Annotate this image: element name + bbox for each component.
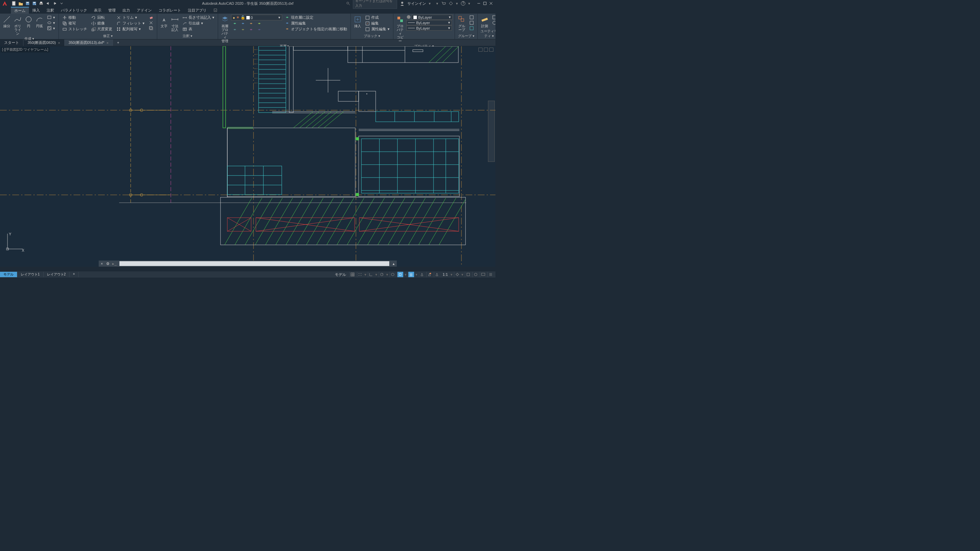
measure-button[interactable]: 計測 bbox=[480, 14, 489, 29]
block-create-button[interactable]: 作成 bbox=[364, 14, 391, 21]
drawing-canvas[interactable]: [-][平面図][2D ワイヤフレーム] bbox=[0, 46, 495, 267]
block-edit-button[interactable]: 編集 bbox=[364, 21, 391, 26]
annoscale-icon[interactable] bbox=[419, 272, 425, 277]
block-editattr-button[interactable]: 属性編集 ▾ bbox=[364, 26, 391, 32]
user-icon[interactable] bbox=[400, 1, 404, 6]
layer-tool-8[interactable] bbox=[256, 27, 263, 33]
new-icon[interactable] bbox=[11, 0, 17, 6]
maximize-button[interactable] bbox=[482, 1, 487, 6]
cmd-customize-icon[interactable]: ⚙ bbox=[105, 262, 111, 266]
close-icon[interactable]: × bbox=[58, 41, 60, 45]
copy-button[interactable]: 複写 bbox=[61, 21, 89, 26]
customize-icon[interactable] bbox=[487, 272, 493, 277]
array-button[interactable]: 配列複写 ▾ bbox=[115, 26, 146, 32]
explode-button[interactable] bbox=[147, 20, 155, 25]
osnap-icon[interactable] bbox=[397, 272, 403, 277]
layouttab-1[interactable]: レイアウト1 bbox=[18, 272, 43, 277]
lineweight-selector[interactable]: ByLayer▾ bbox=[406, 20, 452, 25]
layouttab-2[interactable]: レイアウト2 bbox=[43, 272, 70, 277]
layouttab-model[interactable]: モデル bbox=[0, 272, 18, 277]
leader-button[interactable]: 引出線 ▾ bbox=[181, 21, 216, 26]
dimlinear-button[interactable]: 長さ寸法記入 ▾ bbox=[181, 14, 216, 21]
command-input[interactable] bbox=[119, 261, 389, 266]
arc-button[interactable]: 円弧 bbox=[35, 14, 44, 29]
move-button[interactable]: 移動 bbox=[61, 14, 89, 21]
search-input[interactable]: キーワードまたは語句を入力 bbox=[353, 0, 397, 9]
gear-icon[interactable] bbox=[454, 272, 460, 277]
util-tool-1[interactable] bbox=[491, 14, 495, 20]
cleanscreen-icon[interactable] bbox=[480, 272, 486, 277]
cmd-history-icon[interactable]: ▴ bbox=[391, 262, 397, 266]
minimize-button[interactable] bbox=[476, 1, 481, 6]
group-tool-2[interactable] bbox=[468, 20, 476, 25]
rectangle-button[interactable]: ▾ bbox=[46, 14, 56, 20]
panel-annotation-title[interactable]: 注釈 ▾ bbox=[159, 33, 216, 39]
model-space-button[interactable]: モデル bbox=[333, 272, 348, 277]
menu-home[interactable]: ホーム bbox=[11, 7, 29, 14]
grid-icon[interactable] bbox=[350, 272, 356, 277]
movetolayer-button[interactable]: オブジェクトを指定の画層に移動 bbox=[283, 26, 348, 32]
menu-expand-icon[interactable] bbox=[210, 8, 221, 13]
insert-button[interactable]: 挿入 bbox=[353, 14, 363, 29]
menu-view[interactable]: 表示 bbox=[91, 7, 105, 14]
util-tool-2[interactable] bbox=[491, 20, 495, 25]
annoauto-icon[interactable] bbox=[434, 272, 440, 277]
matchprops-button[interactable]: プロパティ コピー bbox=[395, 14, 405, 43]
erase-button[interactable] bbox=[147, 14, 155, 20]
layerprops-button[interactable]: 画層プロパティ 管理 bbox=[220, 14, 230, 43]
color-selector[interactable]: ByLayer▾ bbox=[412, 14, 453, 20]
command-line[interactable]: × ⚙ ▸_ ▴ bbox=[99, 260, 397, 267]
panel-groups-title[interactable]: グループ ▾ bbox=[457, 33, 476, 39]
circle-button[interactable]: 円 bbox=[24, 14, 33, 29]
dimension-button[interactable]: 寸法記入 bbox=[170, 14, 180, 32]
menu-output[interactable]: 出力 bbox=[119, 7, 134, 14]
lineweight-icon[interactable] bbox=[408, 272, 414, 277]
color-wheel-icon[interactable] bbox=[406, 14, 411, 20]
panel-draw-title[interactable]: 作成 ▾ bbox=[2, 36, 56, 41]
menu-insert[interactable]: 挿入 bbox=[29, 7, 43, 14]
text-button[interactable]: A文字 bbox=[159, 14, 169, 29]
isolate-icon[interactable] bbox=[465, 272, 471, 277]
hatch-button[interactable]: ▾ bbox=[46, 25, 56, 31]
filetab-2[interactable]: 350(断面図0513).dxf*× bbox=[65, 40, 113, 46]
isodraft-icon[interactable] bbox=[390, 272, 396, 277]
layer-tool-4[interactable] bbox=[256, 21, 263, 27]
scale-button[interactable]: 尺度変更 bbox=[90, 26, 114, 32]
app-switcher-icon[interactable] bbox=[449, 1, 453, 6]
saveas-icon[interactable] bbox=[31, 0, 37, 6]
panel-utilities-title[interactable]: ユーティリティ ▾ bbox=[480, 29, 495, 39]
qat-dropdown-icon[interactable] bbox=[59, 0, 65, 6]
menu-collaborate[interactable]: コラボレート bbox=[155, 7, 185, 14]
panel-block-title[interactable]: ブロック ▾ bbox=[353, 33, 391, 39]
trim-button[interactable]: トリム ▾ bbox=[115, 14, 146, 21]
save-icon[interactable] bbox=[24, 0, 30, 6]
fillet-button[interactable]: フィレット ▾ bbox=[115, 21, 146, 26]
stretch-button[interactable]: ストレッチ bbox=[61, 26, 89, 32]
menu-addin[interactable]: アドイン bbox=[134, 7, 155, 14]
menu-parametric[interactable]: パラメトリック bbox=[57, 7, 91, 14]
polar-icon[interactable] bbox=[379, 272, 385, 277]
close-button[interactable] bbox=[488, 1, 493, 6]
makecurrent-button[interactable]: 現在層に設定 bbox=[283, 14, 348, 21]
help-icon[interactable]: ? bbox=[461, 1, 466, 6]
redo-icon[interactable] bbox=[52, 0, 58, 6]
cart-icon[interactable] bbox=[441, 1, 446, 6]
cmd-close-icon[interactable]: × bbox=[99, 262, 105, 266]
ellipse-button[interactable]: ▾ bbox=[46, 20, 56, 25]
undo-icon[interactable] bbox=[45, 0, 51, 6]
group-tool-3[interactable] bbox=[468, 25, 476, 31]
group-button[interactable]: グループ bbox=[457, 14, 466, 32]
layer-tool-7[interactable] bbox=[247, 27, 255, 33]
layer-tool-5[interactable] bbox=[231, 27, 239, 33]
rotate-button[interactable]: 回転 bbox=[90, 14, 114, 21]
ortho-icon[interactable] bbox=[368, 272, 374, 277]
panel-modify-title[interactable]: 修正 ▾ bbox=[61, 33, 155, 39]
menu-manage[interactable]: 管理 bbox=[105, 7, 119, 14]
menu-featured[interactable]: 注目アプリ bbox=[185, 7, 210, 14]
mirror-button[interactable]: 鏡像 bbox=[90, 21, 114, 26]
layer-selector[interactable]: ●☀🔓 0 ▾ bbox=[231, 14, 282, 21]
layer-tool-3[interactable] bbox=[247, 21, 255, 27]
app-logo[interactable] bbox=[0, 0, 10, 7]
plot-icon[interactable] bbox=[38, 0, 44, 6]
layeredit-button[interactable]: 属性編集 bbox=[283, 21, 348, 26]
